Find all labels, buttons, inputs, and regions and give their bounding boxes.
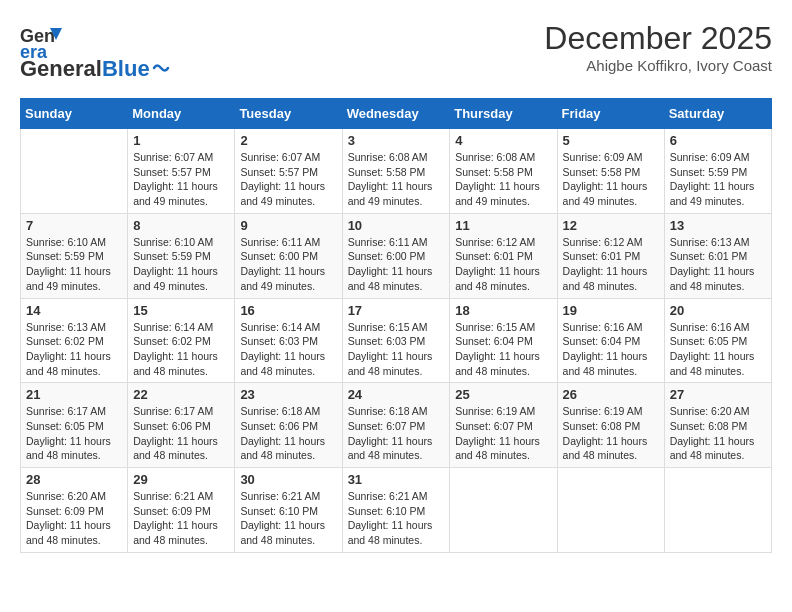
- calendar-cell: 7 Sunrise: 6:10 AMSunset: 5:59 PMDayligh…: [21, 213, 128, 298]
- calendar-cell: 23 Sunrise: 6:18 AMSunset: 6:06 PMDaylig…: [235, 383, 342, 468]
- week-row-2: 14 Sunrise: 6:13 AMSunset: 6:02 PMDaylig…: [21, 298, 772, 383]
- calendar-cell: 31 Sunrise: 6:21 AMSunset: 6:10 PMDaylig…: [342, 468, 450, 553]
- day-number: 3: [348, 133, 445, 148]
- cell-info: Sunrise: 6:15 AMSunset: 6:04 PMDaylight:…: [455, 320, 551, 379]
- cell-info: Sunrise: 6:08 AMSunset: 5:58 PMDaylight:…: [455, 150, 551, 209]
- day-number: 16: [240, 303, 336, 318]
- cell-info: Sunrise: 6:12 AMSunset: 6:01 PMDaylight:…: [455, 235, 551, 294]
- calendar-cell: 28 Sunrise: 6:20 AMSunset: 6:09 PMDaylig…: [21, 468, 128, 553]
- calendar-cell: 13 Sunrise: 6:13 AMSunset: 6:01 PMDaylig…: [664, 213, 771, 298]
- calendar-cell: 20 Sunrise: 6:16 AMSunset: 6:05 PMDaylig…: [664, 298, 771, 383]
- cell-info: Sunrise: 6:07 AMSunset: 5:57 PMDaylight:…: [240, 150, 336, 209]
- day-number: 13: [670, 218, 766, 233]
- cell-info: Sunrise: 6:14 AMSunset: 6:02 PMDaylight:…: [133, 320, 229, 379]
- calendar-cell: 22 Sunrise: 6:17 AMSunset: 6:06 PMDaylig…: [128, 383, 235, 468]
- day-number: 29: [133, 472, 229, 487]
- day-number: 18: [455, 303, 551, 318]
- day-number: 5: [563, 133, 659, 148]
- calendar-cell: [21, 129, 128, 214]
- day-number: 6: [670, 133, 766, 148]
- day-header-wednesday: Wednesday: [342, 99, 450, 129]
- day-number: 20: [670, 303, 766, 318]
- day-number: 21: [26, 387, 122, 402]
- day-number: 22: [133, 387, 229, 402]
- day-number: 19: [563, 303, 659, 318]
- calendar-cell: [557, 468, 664, 553]
- cell-info: Sunrise: 6:13 AMSunset: 6:01 PMDaylight:…: [670, 235, 766, 294]
- calendar-cell: 24 Sunrise: 6:18 AMSunset: 6:07 PMDaylig…: [342, 383, 450, 468]
- cell-info: Sunrise: 6:15 AMSunset: 6:03 PMDaylight:…: [348, 320, 445, 379]
- week-row-1: 7 Sunrise: 6:10 AMSunset: 5:59 PMDayligh…: [21, 213, 772, 298]
- calendar-cell: 17 Sunrise: 6:15 AMSunset: 6:03 PMDaylig…: [342, 298, 450, 383]
- calendar-cell: 27 Sunrise: 6:20 AMSunset: 6:08 PMDaylig…: [664, 383, 771, 468]
- day-number: 26: [563, 387, 659, 402]
- calendar-cell: 3 Sunrise: 6:08 AMSunset: 5:58 PMDayligh…: [342, 129, 450, 214]
- calendar-cell: 10 Sunrise: 6:11 AMSunset: 6:00 PMDaylig…: [342, 213, 450, 298]
- day-header-saturday: Saturday: [664, 99, 771, 129]
- day-number: 1: [133, 133, 229, 148]
- calendar-cell: 29 Sunrise: 6:21 AMSunset: 6:09 PMDaylig…: [128, 468, 235, 553]
- cell-info: Sunrise: 6:21 AMSunset: 6:10 PMDaylight:…: [240, 489, 336, 548]
- month-title: December 2025: [544, 20, 772, 57]
- calendar-cell: 1 Sunrise: 6:07 AMSunset: 5:57 PMDayligh…: [128, 129, 235, 214]
- day-number: 28: [26, 472, 122, 487]
- day-header-monday: Monday: [128, 99, 235, 129]
- day-number: 4: [455, 133, 551, 148]
- day-number: 25: [455, 387, 551, 402]
- calendar-cell: 8 Sunrise: 6:10 AMSunset: 5:59 PMDayligh…: [128, 213, 235, 298]
- day-number: 30: [240, 472, 336, 487]
- cell-info: Sunrise: 6:20 AMSunset: 6:08 PMDaylight:…: [670, 404, 766, 463]
- day-number: 15: [133, 303, 229, 318]
- logo-blue: Blue: [102, 56, 150, 82]
- cell-info: Sunrise: 6:20 AMSunset: 6:09 PMDaylight:…: [26, 489, 122, 548]
- day-number: 14: [26, 303, 122, 318]
- cell-info: Sunrise: 6:08 AMSunset: 5:58 PMDaylight:…: [348, 150, 445, 209]
- week-row-0: 1 Sunrise: 6:07 AMSunset: 5:57 PMDayligh…: [21, 129, 772, 214]
- calendar-cell: [450, 468, 557, 553]
- cell-info: Sunrise: 6:09 AMSunset: 5:58 PMDaylight:…: [563, 150, 659, 209]
- day-number: 23: [240, 387, 336, 402]
- calendar-cell: 21 Sunrise: 6:17 AMSunset: 6:05 PMDaylig…: [21, 383, 128, 468]
- cell-info: Sunrise: 6:10 AMSunset: 5:59 PMDaylight:…: [133, 235, 229, 294]
- cell-info: Sunrise: 6:21 AMSunset: 6:10 PMDaylight:…: [348, 489, 445, 548]
- day-number: 12: [563, 218, 659, 233]
- cell-info: Sunrise: 6:09 AMSunset: 5:59 PMDaylight:…: [670, 150, 766, 209]
- day-number: 31: [348, 472, 445, 487]
- week-row-4: 28 Sunrise: 6:20 AMSunset: 6:09 PMDaylig…: [21, 468, 772, 553]
- cell-info: Sunrise: 6:18 AMSunset: 6:07 PMDaylight:…: [348, 404, 445, 463]
- cell-info: Sunrise: 6:21 AMSunset: 6:09 PMDaylight:…: [133, 489, 229, 548]
- day-number: 7: [26, 218, 122, 233]
- calendar-cell: 18 Sunrise: 6:15 AMSunset: 6:04 PMDaylig…: [450, 298, 557, 383]
- calendar-cell: 6 Sunrise: 6:09 AMSunset: 5:59 PMDayligh…: [664, 129, 771, 214]
- cell-info: Sunrise: 6:17 AMSunset: 6:05 PMDaylight:…: [26, 404, 122, 463]
- day-number: 8: [133, 218, 229, 233]
- calendar-cell: 26 Sunrise: 6:19 AMSunset: 6:08 PMDaylig…: [557, 383, 664, 468]
- calendar-cell: 4 Sunrise: 6:08 AMSunset: 5:58 PMDayligh…: [450, 129, 557, 214]
- calendar-cell: 30 Sunrise: 6:21 AMSunset: 6:10 PMDaylig…: [235, 468, 342, 553]
- day-number: 11: [455, 218, 551, 233]
- logo-wave-icon: [152, 58, 170, 76]
- calendar-cell: 9 Sunrise: 6:11 AMSunset: 6:00 PMDayligh…: [235, 213, 342, 298]
- location-subtitle: Ahigbe Koffikro, Ivory Coast: [544, 57, 772, 74]
- calendar-header-row: SundayMondayTuesdayWednesdayThursdayFrid…: [21, 99, 772, 129]
- cell-info: Sunrise: 6:16 AMSunset: 6:04 PMDaylight:…: [563, 320, 659, 379]
- cell-info: Sunrise: 6:10 AMSunset: 5:59 PMDaylight:…: [26, 235, 122, 294]
- day-header-friday: Friday: [557, 99, 664, 129]
- week-row-3: 21 Sunrise: 6:17 AMSunset: 6:05 PMDaylig…: [21, 383, 772, 468]
- calendar-table: SundayMondayTuesdayWednesdayThursdayFrid…: [20, 98, 772, 553]
- day-number: 27: [670, 387, 766, 402]
- cell-info: Sunrise: 6:16 AMSunset: 6:05 PMDaylight:…: [670, 320, 766, 379]
- cell-info: Sunrise: 6:11 AMSunset: 6:00 PMDaylight:…: [348, 235, 445, 294]
- day-number: 9: [240, 218, 336, 233]
- logo-general: General: [20, 56, 102, 82]
- cell-info: Sunrise: 6:17 AMSunset: 6:06 PMDaylight:…: [133, 404, 229, 463]
- cell-info: Sunrise: 6:18 AMSunset: 6:06 PMDaylight:…: [240, 404, 336, 463]
- day-header-tuesday: Tuesday: [235, 99, 342, 129]
- calendar-cell: 15 Sunrise: 6:14 AMSunset: 6:02 PMDaylig…: [128, 298, 235, 383]
- calendar-cell: 12 Sunrise: 6:12 AMSunset: 6:01 PMDaylig…: [557, 213, 664, 298]
- cell-info: Sunrise: 6:11 AMSunset: 6:00 PMDaylight:…: [240, 235, 336, 294]
- day-number: 10: [348, 218, 445, 233]
- page-header: Gen era General Blue December 2025 Ahigb…: [20, 20, 772, 82]
- cell-info: Sunrise: 6:13 AMSunset: 6:02 PMDaylight:…: [26, 320, 122, 379]
- title-section: December 2025 Ahigbe Koffikro, Ivory Coa…: [544, 20, 772, 74]
